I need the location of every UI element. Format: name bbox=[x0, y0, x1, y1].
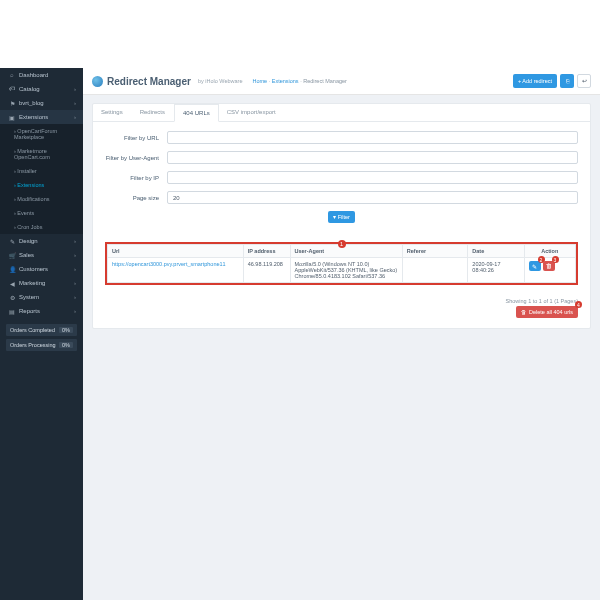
row-ua: Mozilla/5.0 (Windows NT 10.0) AppleWebKi… bbox=[290, 258, 402, 283]
sidebar-item-reports[interactable]: ▤Reports› bbox=[0, 304, 83, 318]
results-table: UrlIP addressUser-AgentRefererDateAction… bbox=[107, 244, 576, 283]
nav-label: Customers bbox=[19, 266, 48, 272]
chevron-right-icon: › bbox=[74, 308, 76, 314]
annotation-marker-4: 4 bbox=[575, 301, 582, 308]
chevron-right-icon: › bbox=[74, 238, 76, 244]
chevron-right-icon: › bbox=[74, 294, 76, 300]
sidebar-item-dashboard[interactable]: ⌕Dashboard bbox=[0, 68, 83, 82]
nav-icon: ⚑ bbox=[9, 100, 15, 106]
sidebar-subitem[interactable]: › Cron Jobs bbox=[0, 220, 83, 234]
add-redirect-button[interactable]: + Add redirect bbox=[513, 74, 557, 88]
nav-icon: ▤ bbox=[9, 308, 15, 314]
nav-icon: ⚙ bbox=[9, 294, 15, 300]
nav-icon: ▣ bbox=[9, 114, 15, 120]
filter-ip-input[interactable] bbox=[167, 171, 578, 184]
nav-label: Sales bbox=[19, 252, 34, 258]
nav-label: System bbox=[19, 294, 39, 300]
sidebar-item-bvrt_blog[interactable]: ⚑bvrt_blog› bbox=[0, 96, 83, 110]
page-title: Redirect Manager bbox=[107, 76, 191, 87]
col-header: Url bbox=[108, 245, 244, 258]
tab-csv-import-export[interactable]: CSV import/export bbox=[219, 104, 285, 121]
sidebar-subitem[interactable]: › OpenCartForum Marketplace bbox=[0, 124, 83, 144]
sidebar-subitem[interactable]: › Extensions bbox=[0, 178, 83, 192]
sidebar-item-catalog[interactable]: 🏷Catalog› bbox=[0, 82, 83, 96]
nav-icon: ✎ bbox=[9, 238, 15, 244]
chevron-right-icon: › bbox=[74, 100, 76, 106]
table-row: https://opencart3000.pvy.prvert_smartpho… bbox=[108, 258, 576, 283]
nav-icon: ⌕ bbox=[9, 72, 15, 78]
nav-icon: 🛒 bbox=[9, 252, 15, 258]
annotation-marker-3: 3 bbox=[552, 256, 559, 263]
stat-row: Orders Processing0% bbox=[6, 339, 77, 351]
row-date: 2020-09-17 08:40:26 bbox=[468, 258, 524, 283]
page-header: Redirect Manager by iHolo Webware Home ·… bbox=[83, 68, 600, 95]
sidebar-subitem[interactable]: › Installer bbox=[0, 164, 83, 178]
nav-label: Reports bbox=[19, 308, 40, 314]
filter-ua-input[interactable] bbox=[167, 151, 578, 164]
delete-row-button[interactable]: 🗑3 bbox=[543, 261, 555, 271]
col-header: IP address bbox=[243, 245, 290, 258]
tabs: SettingsRedirects404 URLsCSV import/expo… bbox=[93, 104, 590, 122]
chevron-right-icon: › bbox=[74, 86, 76, 92]
results-table-wrap: 1 UrlIP addressUser-AgentRefererDateActi… bbox=[105, 242, 578, 285]
tab-settings[interactable]: Settings bbox=[93, 104, 132, 121]
edit-row-button[interactable]: ✎2 bbox=[529, 261, 541, 271]
nav-label: Extensions bbox=[19, 114, 48, 120]
sidebar: ⌕Dashboard🏷Catalog›⚑bvrt_blog›▣Extension… bbox=[0, 68, 83, 600]
row-ip: 46.98.119.208 bbox=[243, 258, 290, 283]
stat-row: Orders Completed0% bbox=[6, 324, 77, 336]
filter-url-label: Filter by URL bbox=[105, 135, 167, 141]
delete-all-button[interactable]: 🗑 Delete all 404 urls 4 bbox=[516, 306, 578, 318]
sidebar-item-customers[interactable]: 👤Customers› bbox=[0, 262, 83, 276]
chevron-right-icon: › bbox=[74, 252, 76, 258]
page-size-label: Page size bbox=[105, 195, 167, 201]
filter-url-input[interactable] bbox=[167, 131, 578, 144]
nav-label: Marketing bbox=[19, 280, 45, 286]
sidebar-item-design[interactable]: ✎Design› bbox=[0, 234, 83, 248]
breadcrumb-home[interactable]: Home bbox=[252, 78, 267, 84]
sidebar-item-marketing[interactable]: ◀Marketing› bbox=[0, 276, 83, 290]
filters: Filter by URL Filter by User-Agent Filte… bbox=[93, 122, 590, 242]
row-referer bbox=[402, 258, 468, 283]
sidebar-subitem[interactable]: › Marketmore OpenCart.com bbox=[0, 144, 83, 164]
sidebar-subitem[interactable]: › Events bbox=[0, 206, 83, 220]
nav-icon: ◀ bbox=[9, 280, 15, 286]
sidebar-item-sales[interactable]: 🛒Sales› bbox=[0, 248, 83, 262]
chevron-right-icon: › bbox=[74, 114, 76, 120]
main: Redirect Manager by iHolo Webware Home ·… bbox=[83, 68, 600, 600]
breadcrumb-current: Redirect Manager bbox=[303, 78, 347, 84]
sidebar-subitem[interactable]: › Modifications bbox=[0, 192, 83, 206]
app-logo-icon bbox=[92, 76, 103, 87]
nav-label: Dashboard bbox=[19, 72, 48, 78]
nav-label: Design bbox=[19, 238, 38, 244]
panel: SettingsRedirects404 URLsCSV import/expo… bbox=[92, 103, 591, 329]
page-subtitle: by iHolo Webware bbox=[198, 78, 243, 84]
sidebar-item-extensions[interactable]: ▣Extensions› bbox=[0, 110, 83, 124]
chevron-right-icon: › bbox=[74, 266, 76, 272]
nav-label: Catalog bbox=[19, 86, 40, 92]
col-header: User-Agent bbox=[290, 245, 402, 258]
nav-label: bvrt_blog bbox=[19, 100, 44, 106]
page-size-input[interactable] bbox=[167, 191, 578, 204]
col-header: Referer bbox=[402, 245, 468, 258]
nav-icon: 👤 bbox=[9, 266, 15, 272]
col-header: Date bbox=[468, 245, 524, 258]
sidebar-item-system[interactable]: ⚙System› bbox=[0, 290, 83, 304]
back-button[interactable]: ↩ bbox=[577, 74, 591, 88]
tab-404-urls[interactable]: 404 URLs bbox=[174, 104, 219, 122]
breadcrumb-extensions[interactable]: Extensions bbox=[272, 78, 299, 84]
pagination-summary: Showing 1 to 1 of 1 (1 Pages) bbox=[506, 298, 578, 304]
copy-button[interactable]: ⎘ bbox=[560, 74, 574, 88]
tab-redirects[interactable]: Redirects bbox=[132, 104, 174, 121]
row-url-link[interactable]: https://opencart3000.pvy.prvert_smartpho… bbox=[112, 261, 226, 267]
filter-ua-label: Filter by User-Agent bbox=[105, 155, 167, 161]
filter-button[interactable]: ▾ Filter bbox=[328, 211, 355, 223]
nav-icon: 🏷 bbox=[9, 86, 15, 92]
chevron-right-icon: › bbox=[74, 280, 76, 286]
col-header: Action bbox=[524, 245, 576, 258]
filter-ip-label: Filter by IP bbox=[105, 175, 167, 181]
breadcrumb: Home · Extensions · Redirect Manager bbox=[252, 78, 346, 84]
annotation-marker-1: 1 bbox=[338, 240, 346, 248]
